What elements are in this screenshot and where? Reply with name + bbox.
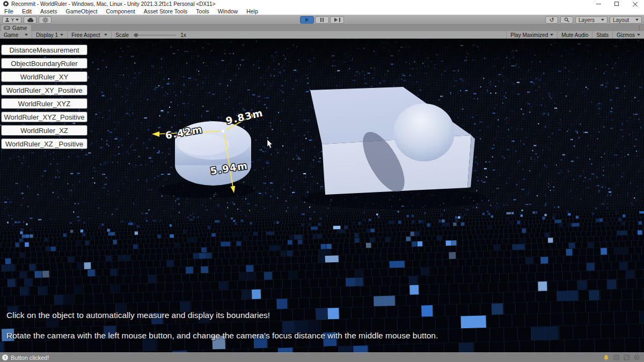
menu-asset-store-tools[interactable]: Asset Store Tools xyxy=(140,8,192,14)
chevron-down-icon xyxy=(25,34,28,36)
tab-options-icon[interactable]: ⋮ xyxy=(636,25,642,31)
instruction-line-1: Click on the object to automatically mea… xyxy=(6,311,270,320)
scale-value: 1x xyxy=(180,32,186,38)
gear-icon xyxy=(42,17,48,23)
button-worldruler-xz-positive[interactable]: WorldRuler_XZ _Positive xyxy=(1,138,87,149)
layout-dropdown[interactable]: Layout xyxy=(610,16,642,24)
step-icon xyxy=(334,18,338,22)
search-icon xyxy=(564,17,569,23)
chevron-down-icon xyxy=(637,34,640,36)
aspect-label: Free Aspect xyxy=(71,32,100,38)
display-target-dropdown[interactable]: Game xyxy=(0,31,32,39)
step-bar-icon xyxy=(339,18,340,22)
layout-label: Layout xyxy=(613,17,629,23)
button-worldruler-xyz-positive[interactable]: WorldRuler_XYZ_Positive xyxy=(1,112,87,122)
button-worldruler-xyz[interactable]: WorldRuler_XYZ xyxy=(1,98,87,109)
minimize-icon xyxy=(596,4,601,4)
measurement-label-z: 9.83m xyxy=(225,107,265,126)
aspect-dropdown[interactable]: Free Aspect xyxy=(68,31,112,39)
close-icon xyxy=(633,2,638,6)
menu-help[interactable]: Help xyxy=(242,8,262,14)
game-toolbar: Game Display 1 Free Aspect Scale 1x Play… xyxy=(0,31,644,39)
scale-slider[interactable] xyxy=(133,35,176,35)
stats-label: Stats xyxy=(596,32,609,38)
display-target-label: Game xyxy=(4,32,18,38)
layers-dropdown[interactable]: Layers xyxy=(575,16,608,24)
console-activity-icon[interactable] xyxy=(624,354,630,360)
menu-file[interactable]: File xyxy=(0,8,18,14)
scale-label: Scale xyxy=(115,32,129,38)
pause-button[interactable] xyxy=(315,16,329,24)
button-object-boundary-ruler[interactable]: ObjectBoundaryRuler xyxy=(1,58,87,69)
menu-edit[interactable]: Edit xyxy=(18,8,36,14)
cloud-icon xyxy=(27,18,34,23)
window-title: Recommit - WorldRuler - Windows, Mac, Li… xyxy=(11,1,215,7)
maximize-button[interactable] xyxy=(608,0,626,8)
step-button[interactable] xyxy=(330,16,344,24)
scene-canvas: 6.42m 9.83m 5.94m xyxy=(0,39,644,352)
menu-component[interactable]: Component xyxy=(101,8,139,14)
menu-gameobject[interactable]: GameObject xyxy=(62,8,102,14)
display-label: Display 1 xyxy=(36,32,58,38)
tab-game-label: Game xyxy=(12,25,27,31)
pause-icon xyxy=(320,18,324,22)
gamepad-icon xyxy=(4,26,10,30)
button-distance-measurement[interactable]: DistanceMeasurement xyxy=(1,45,87,55)
close-button[interactable] xyxy=(626,0,644,8)
ruler-origin-marker xyxy=(222,130,224,132)
title-bar: Recommit - WorldRuler - Windows, Mac, Li… xyxy=(0,0,644,8)
history-icon: ↺ xyxy=(549,17,554,24)
mute-audio-label: Mute Audio xyxy=(561,32,588,38)
mouse-cursor xyxy=(267,139,273,148)
display-dropdown[interactable]: Display 1 xyxy=(32,31,68,39)
mute-audio-toggle[interactable]: Mute Audio xyxy=(557,31,592,39)
stats-toggle[interactable]: Stats xyxy=(592,31,612,39)
play-icon xyxy=(305,18,309,22)
progress-status-icon[interactable] xyxy=(634,354,640,360)
info-icon: ! xyxy=(2,354,8,360)
layers-label: Layers xyxy=(579,17,595,23)
chevron-down-icon xyxy=(60,34,63,36)
menu-window[interactable]: Window xyxy=(214,8,242,14)
settings-button[interactable] xyxy=(39,16,52,24)
view-tab-row: Game ⋮ xyxy=(0,25,644,31)
minimize-button[interactable] xyxy=(589,0,608,8)
menu-bar: File Edit Assets GameObject Component As… xyxy=(0,8,644,15)
status-message[interactable]: Button clicked! xyxy=(11,354,49,361)
play-maximized-label: Play Maximized xyxy=(510,32,548,38)
menu-tools[interactable]: Tools xyxy=(192,8,214,14)
cloud-services-button[interactable] xyxy=(24,16,36,24)
gizmos-label: Gizmos xyxy=(617,32,635,38)
unity-logo-icon xyxy=(3,1,9,6)
instruction-line-2: Rotate the camera with the left mouse bu… xyxy=(6,331,438,341)
chevron-down-icon xyxy=(104,34,107,36)
scale-control: Scale 1x xyxy=(112,31,190,39)
account-dropdown[interactable]: Y xyxy=(2,16,21,24)
user-icon xyxy=(5,17,10,23)
status-bar: ! Button clicked! xyxy=(0,352,644,362)
notification-icon[interactable] xyxy=(603,354,609,361)
chevron-down-icon xyxy=(16,19,19,21)
unity-editor-window: Recommit - WorldRuler - Windows, Mac, Li… xyxy=(0,0,644,362)
game-viewport: 6.42m 9.83m 5.94m DistanceMeasurement Ob… xyxy=(0,39,644,352)
button-worldruler-xz[interactable]: WorldRuler_XZ xyxy=(1,125,87,136)
scale-slider-handle[interactable] xyxy=(134,33,138,37)
menu-assets[interactable]: Assets xyxy=(36,8,62,14)
maximize-icon xyxy=(614,2,619,6)
play-button[interactable] xyxy=(300,16,314,24)
sphere-object[interactable] xyxy=(393,104,455,161)
console-log-icon[interactable] xyxy=(613,354,619,360)
play-maximized-dropdown[interactable]: Play Maximized xyxy=(506,31,557,39)
account-label: Y xyxy=(11,17,14,23)
undo-history-button[interactable]: ↺ xyxy=(545,16,558,24)
button-worldruler-xy-positive[interactable]: WorldRuler_XY_Positive xyxy=(1,85,87,95)
gizmos-dropdown[interactable]: Gizmos xyxy=(612,31,644,39)
chevron-down-icon xyxy=(550,34,553,36)
chevron-down-icon xyxy=(635,19,639,21)
ruler-arrowhead-x xyxy=(152,131,159,137)
chevron-down-icon xyxy=(601,19,604,21)
search-button[interactable] xyxy=(560,16,573,24)
button-worldruler-xy[interactable]: WorldRuler_XY xyxy=(1,71,87,82)
tab-game[interactable]: Game xyxy=(1,25,31,31)
main-toolbar: Y ↺ Layers Layout xyxy=(0,15,644,25)
